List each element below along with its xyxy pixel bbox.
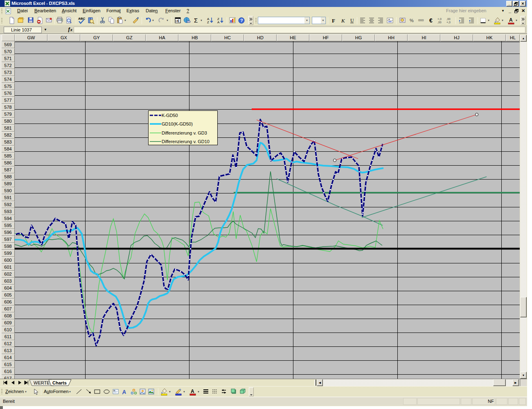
svg-text:,00: ,00 — [446, 18, 451, 20]
svg-text:A: A — [509, 17, 513, 23]
svg-text:WERTE: WERTE — [34, 380, 50, 385]
svg-text:+,0: +,0 — [437, 18, 442, 20]
svg-text:K: K — [341, 18, 345, 24]
svg-text:Z: Z — [207, 20, 209, 24]
svg-text:A: A — [217, 20, 220, 24]
svg-text:A: A — [121, 389, 126, 396]
svg-text:,00: ,00 — [437, 21, 442, 24]
svg-text:?: ? — [240, 18, 243, 23]
svg-text:%: % — [410, 18, 414, 23]
svg-text:A: A — [191, 389, 194, 394]
svg-text:000: 000 — [418, 18, 424, 22]
svg-text:U: U — [350, 18, 354, 23]
svg-text:+,0: +,0 — [446, 21, 451, 24]
svg-text:F: F — [332, 18, 335, 24]
svg-text:€: € — [177, 19, 179, 23]
svg-text:Σ: Σ — [194, 17, 198, 24]
svg-text:A: A — [113, 389, 115, 392]
svg-text:€: € — [429, 17, 433, 24]
svg-text:Charts: Charts — [52, 380, 67, 385]
